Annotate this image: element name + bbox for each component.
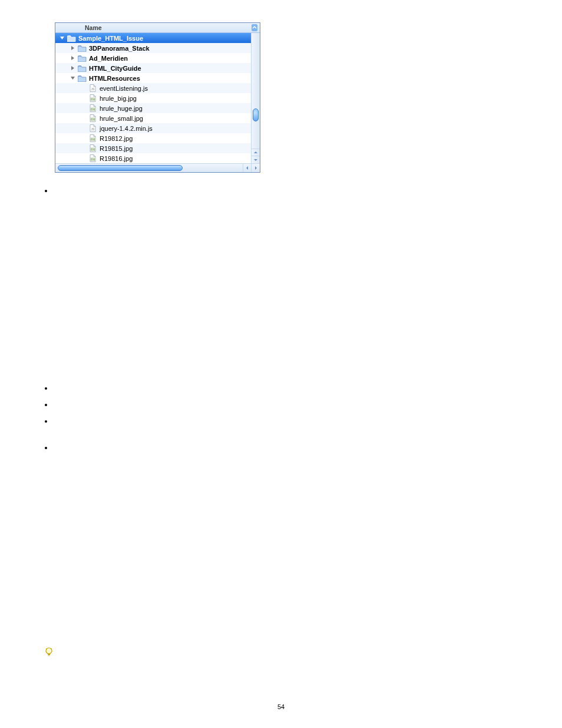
bullet-icon (45, 420, 47, 423)
image-file-icon (88, 114, 97, 122)
scroll-down-button[interactable] (252, 156, 260, 163)
lightbulb-icon (45, 647, 53, 658)
tree-item-label: Sample_HTML_Issue (78, 35, 143, 42)
tree-folder-row[interactable]: 3DPanorama_Stack (55, 43, 251, 53)
bullet-icon (45, 387, 47, 390)
disclosure-triangle-icon[interactable] (70, 65, 75, 71)
tree-item-label: Ad_Meridien (89, 55, 128, 62)
file-tree: Sample_HTML_Issue3DPanorama_StackAd_Meri… (55, 33, 251, 163)
image-file-icon (88, 104, 97, 112)
tree-folder-row[interactable]: HTML_CityGuide (55, 63, 251, 73)
vertical-scrollbar[interactable] (251, 33, 260, 163)
tree-file-row[interactable]: JSjquery-1.4.2.min.js (55, 123, 251, 133)
scroll-right-button[interactable] (251, 164, 260, 172)
tree-file-row[interactable]: R19815.jpg (55, 143, 251, 153)
scroll-left-button[interactable] (243, 164, 252, 172)
tree-folder-row[interactable]: HTMLResources (55, 73, 251, 83)
image-file-icon (88, 154, 97, 162)
tree-item-label: hrule_small.jpg (100, 115, 143, 122)
disclosure-triangle-icon (80, 136, 86, 141)
folder-icon (78, 54, 87, 62)
tree-item-label: R19815.jpg (100, 145, 133, 152)
tree-folder-row[interactable]: Sample_HTML_Issue (55, 33, 251, 43)
folder-icon (67, 34, 76, 42)
tree-item-label: hrule_huge.jpg (100, 105, 143, 112)
tree-file-row[interactable]: hrule_big.jpg (55, 93, 251, 103)
column-header-row[interactable]: Name (55, 23, 260, 33)
horizontal-scrollbar[interactable] (55, 163, 260, 172)
folder-icon (78, 44, 87, 52)
svg-text:JS: JS (91, 127, 95, 131)
disclosure-triangle-icon[interactable] (70, 75, 75, 81)
image-file-icon (88, 94, 97, 102)
tree-item-label: eventListening.js (100, 85, 148, 92)
horizontal-scroll-thumb[interactable] (58, 165, 183, 171)
tree-folder-row[interactable]: Ad_Meridien (55, 53, 251, 63)
disclosure-triangle-icon (80, 156, 86, 162)
tree-file-row[interactable]: JSeventListening.js (55, 83, 251, 93)
file-browser-panel: Name Sample_HTML_Issue3DPanorama_StackAd… (55, 22, 260, 173)
tree-file-row[interactable]: R19812.jpg (55, 133, 251, 143)
disclosure-triangle-icon (80, 126, 86, 131)
bullet-icon (45, 190, 47, 192)
tree-item-label: HTML_CityGuide (89, 65, 141, 72)
svg-text:JS: JS (91, 87, 95, 91)
disclosure-triangle-icon[interactable] (59, 35, 65, 41)
tree-item-label: R19812.jpg (100, 135, 133, 142)
disclosure-triangle-icon (80, 116, 86, 121)
js-file-icon: JS (88, 84, 97, 92)
tree-item-label: hrule_big.jpg (100, 95, 137, 102)
disclosure-triangle-icon[interactable] (70, 55, 75, 61)
disclosure-triangle-icon (80, 146, 86, 151)
tree-file-row[interactable]: hrule_small.jpg (55, 113, 251, 123)
tree-item-label: R19816.jpg (100, 155, 133, 162)
tree-item-label: jquery-1.4.2.min.js (100, 125, 153, 132)
js-file-icon: JS (88, 124, 97, 132)
tree-file-row[interactable]: R19816.jpg (55, 153, 251, 163)
bullet-icon (45, 404, 47, 406)
disclosure-triangle-icon (80, 95, 86, 101)
svg-point-8 (46, 648, 52, 654)
tree-item-label: 3DPanorama_Stack (89, 45, 150, 52)
sort-indicator[interactable] (252, 24, 257, 31)
bullet-icon (45, 447, 47, 449)
image-file-icon (88, 134, 97, 142)
tree-file-row[interactable]: hrule_huge.jpg (55, 103, 251, 113)
page-number: 54 (0, 703, 562, 710)
disclosure-triangle-icon (80, 106, 86, 111)
column-header-name[interactable]: Name (85, 24, 102, 31)
folder-icon (78, 74, 87, 82)
tree-item-label: HTMLResources (89, 75, 140, 82)
vertical-scroll-thumb[interactable] (253, 108, 259, 121)
folder-icon (78, 64, 87, 72)
image-file-icon (88, 144, 97, 152)
disclosure-triangle-icon[interactable] (70, 45, 75, 51)
disclosure-triangle-icon (80, 85, 86, 91)
